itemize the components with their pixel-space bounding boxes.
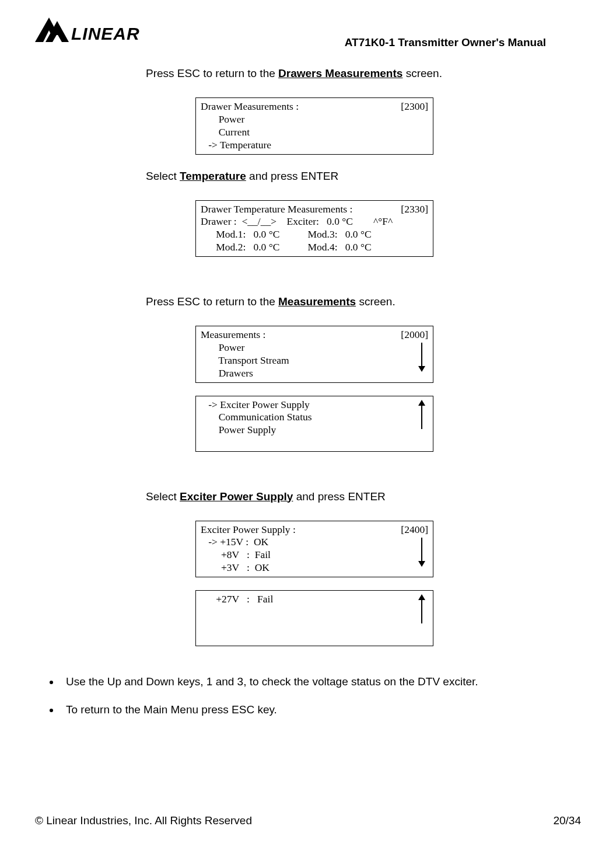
lcd-line: -> Exciter Power Supply: [201, 399, 428, 412]
text: Select: [146, 490, 180, 503]
text: screen.: [356, 295, 396, 308]
brand-logo: LINEAR: [35, 18, 158, 50]
lcd-code: [2400]: [401, 524, 428, 536]
lcd-line: Exciter Power Supply :: [201, 524, 296, 536]
lcd-screen-exciter-ps-2: +27V : Fail: [195, 590, 433, 646]
instruction-2: Select Temperature and press ENTER: [146, 170, 581, 183]
bullet-icon: [50, 709, 53, 712]
lcd-line: +8V : Fail: [201, 549, 428, 562]
lcd-code: [2000]: [401, 329, 428, 341]
lcd-line: Power: [201, 113, 428, 126]
lcd-code: [2300]: [401, 100, 428, 113]
lcd-line: Mod.2: 0.0 °C Mod.4: 0.0 °C: [201, 241, 428, 254]
lcd-screen-drawer-measurements: Drawer Measurements :[2300] Power Curren…: [195, 97, 433, 155]
bullet-icon: [50, 681, 53, 684]
lcd-line: +27V : Fail: [201, 593, 428, 606]
lcd-line: Transport Stream: [201, 354, 428, 367]
list-item: Use the Up and Down keys, 1 and 3, to ch…: [50, 675, 575, 688]
page-number: 20/34: [553, 814, 581, 827]
lcd-line: Communication Status: [201, 411, 428, 424]
bullet-text: To return to the Main Menu press ESC key…: [66, 703, 277, 716]
lcd-screen-drawer-temperature: Drawer Temperature Measurements :[2330] …: [195, 200, 433, 257]
copyright: © Linear Industries, Inc. All Rights Res…: [35, 814, 252, 827]
scroll-up-icon: [418, 400, 426, 433]
lcd-line: Drawer Temperature Measurements :: [201, 203, 352, 216]
svg-marker-9: [418, 594, 425, 600]
bullet-list: Use the Up and Down keys, 1 and 3, to ch…: [35, 675, 581, 716]
lcd-line: Drawer Measurements :: [201, 100, 299, 113]
document-title: AT71K0-1 Transmitter Owner's Manual: [345, 36, 546, 49]
page-footer: © Linear Industries, Inc. All Rights Res…: [35, 814, 581, 827]
lcd-line: +3V : OK: [201, 562, 428, 574]
lcd-screen-exciter-ps-1: Exciter Power Supply :[2400] -> +15V : O…: [195, 521, 433, 578]
lcd-line: Drawer : <__/__> Exciter: 0.0 °C ^°F^: [201, 215, 428, 228]
svg-marker-7: [418, 561, 425, 567]
brand-text: LINEAR: [71, 24, 140, 43]
list-item: To return to the Main Menu press ESC key…: [50, 703, 575, 716]
scroll-down-icon: [418, 343, 426, 375]
svg-marker-5: [418, 400, 425, 406]
scroll-up-icon: [418, 594, 426, 627]
text: Select: [146, 170, 180, 182]
text-bold: Exciter Power Supply: [180, 490, 293, 503]
lcd-line: Mod.1: 0.0 °C Mod.3: 0.0 °C: [201, 228, 428, 241]
text: and press ENTER: [293, 490, 385, 503]
scroll-down-icon: [418, 538, 426, 570]
instruction-3: Press ESC to return to the Measurements …: [146, 295, 581, 308]
lcd-line: -> Temperature: [201, 139, 428, 152]
lcd-line: Power: [201, 341, 428, 354]
text: Press ESC to return to the: [146, 295, 278, 308]
lcd-line: Drawers: [201, 367, 428, 380]
lcd-line: -> +15V : OK: [201, 536, 428, 549]
instruction-4: Select Exciter Power Supply and press EN…: [146, 490, 581, 503]
bullet-text: Use the Up and Down keys, 1 and 3, to ch…: [66, 675, 478, 688]
text: Press ESC to return to the: [146, 67, 278, 79]
text: screen.: [402, 67, 442, 79]
text-bold: Temperature: [180, 170, 246, 182]
page-header: LINEAR AT71K0-1 Transmitter Owner's Manu…: [35, 18, 581, 50]
text: and press ENTER: [246, 170, 338, 182]
lcd-line: Power Supply: [201, 424, 428, 437]
lcd-code: [2330]: [401, 203, 428, 216]
svg-marker-3: [418, 366, 425, 372]
lcd-screen-measurements-2: -> Exciter Power Supply Communication St…: [195, 396, 433, 452]
lcd-line: Measurements :: [201, 329, 265, 341]
instruction-1: Press ESC to return to the Drawers Measu…: [146, 67, 581, 80]
lcd-line: Current: [201, 126, 428, 139]
text-bold: Drawers Measurements: [278, 67, 402, 79]
lcd-screen-measurements-1: Measurements :[2000] Power Transport Str…: [195, 326, 433, 383]
text-bold: Measurements: [278, 295, 356, 308]
